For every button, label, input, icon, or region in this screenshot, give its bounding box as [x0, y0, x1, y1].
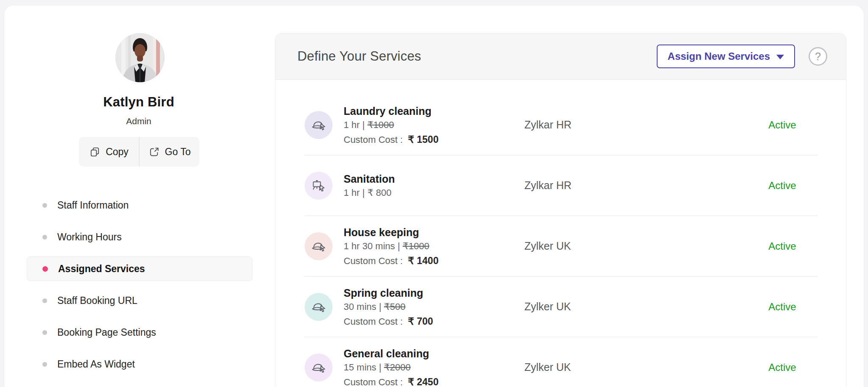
service-name: Spring cleaning	[344, 287, 524, 299]
header-actions: Assign New Services ?	[657, 45, 827, 68]
service-row-sanitation[interactable]: Sanitation 1 hr | ₹ 800 Zylkar HR Active	[275, 156, 846, 215]
service-row-spring-cleaning[interactable]: Spring cleaning 30 mins | ₹500 Custom Co…	[275, 277, 846, 337]
bullet-icon	[42, 235, 47, 239]
service-cap-icon	[305, 232, 333, 260]
service-price: ₹ 800	[367, 187, 392, 198]
status-badge: Active	[719, 301, 846, 313]
service-duration: 1 hr 30 mins	[344, 241, 395, 251]
goto-button-label: Go To	[165, 146, 191, 158]
sidebar-item-label: Booking Page Settings	[57, 327, 156, 338]
copy-button-label: Copy	[106, 146, 129, 158]
custom-cost-value: ₹ 1500	[408, 134, 439, 145]
service-duration-price: 15 mins | ₹2000	[344, 362, 524, 373]
custom-cost-label: Custom Cost :	[344, 256, 403, 266]
service-duration-price: 1 hr | ₹ 800	[344, 187, 524, 198]
service-cap-icon	[305, 293, 333, 321]
custom-cost-value: ₹ 2450	[408, 376, 439, 387]
custom-cost-value: ₹ 1400	[408, 255, 439, 266]
service-duration: 15 mins	[344, 362, 376, 373]
service-original-price: ₹500	[384, 301, 406, 312]
service-name: House keeping	[344, 226, 524, 239]
service-custom-cost: Custom Cost : ₹ 1500	[344, 134, 524, 145]
service-workspace: Zylker UK	[524, 361, 719, 373]
services-panel-header: Define Your Services Assign New Services…	[275, 33, 846, 80]
status-badge: Active	[719, 240, 846, 252]
service-workspace: Zylker UK	[524, 240, 719, 252]
services-panel: Define Your Services Assign New Services…	[275, 33, 846, 387]
custom-cost-label: Custom Cost :	[344, 316, 403, 327]
meta-divider: |	[362, 187, 365, 198]
status-badge: Active	[719, 362, 846, 373]
sidebar-item-label: Embed As Widget	[57, 359, 135, 370]
sidebar-item-label: Assigned Services	[58, 263, 145, 275]
service-cap-icon	[305, 354, 333, 381]
service-duration: 30 mins	[344, 301, 376, 312]
service-workspace: Zylkar HR	[524, 179, 719, 192]
staff-profile-card: Katlyn Bird Admin Copy	[4, 6, 864, 387]
service-duration: 1 hr	[344, 187, 360, 198]
goto-button[interactable]: Go To	[140, 137, 199, 167]
services-list: Laundry cleaning 1 hr | ₹1000 Custom Cos…	[275, 80, 846, 387]
service-duration: 1 hr	[344, 120, 360, 130]
service-custom-cost: Custom Cost : ₹ 700	[344, 316, 524, 327]
sidebar-item-working-hours[interactable]: Working Hours	[27, 225, 252, 249]
profile-name: Katlyn Bird	[4, 95, 273, 110]
service-row-general-cleaning[interactable]: General cleaning 15 mins | ₹2000 Custom …	[275, 337, 846, 387]
service-cap-icon	[305, 111, 333, 139]
sidebar-item-staff-booking-url[interactable]: Staff Booking URL	[27, 288, 252, 313]
service-duration-price: 1 hr | ₹1000	[344, 120, 524, 131]
status-badge: Active	[719, 180, 846, 192]
service-original-price: ₹1000	[367, 120, 394, 130]
page-title: Define Your Services	[297, 49, 421, 64]
service-name: Sanitation	[344, 173, 524, 185]
profile-role: Admin	[4, 116, 273, 126]
sidebar-item-label: Staff Booking URL	[57, 295, 137, 306]
sidebar-item-label: Working Hours	[57, 231, 122, 243]
sidebar-item-booking-page-settings[interactable]: Booking Page Settings	[27, 320, 252, 345]
bullet-icon	[42, 362, 47, 367]
meta-divider: |	[379, 301, 381, 312]
service-original-price: ₹1000	[403, 241, 429, 251]
sidebar-item-assigned-services[interactable]: Assigned Services	[27, 256, 252, 281]
service-row-house-keeping[interactable]: House keeping 1 hr 30 mins | ₹1000 Custo…	[275, 216, 846, 276]
bullet-icon	[42, 298, 47, 303]
bullet-icon	[42, 330, 47, 335]
profile-sidebar: Katlyn Bird Admin Copy	[4, 6, 273, 387]
service-name: Laundry cleaning	[344, 105, 524, 117]
meta-divider: |	[379, 362, 381, 373]
bullet-icon	[42, 203, 47, 208]
service-duration-price: 30 mins | ₹500	[344, 301, 524, 312]
sidebar-item-embed-as-widget[interactable]: Embed As Widget	[27, 352, 252, 376]
service-duration-price: 1 hr 30 mins | ₹1000	[344, 241, 524, 252]
active-bullet-icon	[42, 266, 48, 272]
custom-cost-label: Custom Cost :	[344, 377, 403, 387]
avatar-illustration	[115, 33, 165, 82]
help-button[interactable]: ?	[809, 47, 827, 66]
assign-new-services-button[interactable]: Assign New Services	[657, 45, 795, 68]
service-custom-cost: Custom Cost : ₹ 1400	[344, 255, 524, 267]
service-workspace: Zylkar HR	[524, 119, 719, 131]
page-background: Katlyn Bird Admin Copy	[0, 0, 868, 387]
service-original-price: ₹2000	[384, 362, 411, 373]
profile-nav: Staff Information Working Hours Assigned…	[27, 193, 252, 384]
chevron-down-icon	[776, 55, 784, 59]
service-easel-icon	[305, 172, 333, 200]
avatar	[115, 33, 165, 82]
meta-divider: |	[398, 241, 400, 251]
custom-cost-label: Custom Cost :	[344, 134, 403, 145]
status-badge: Active	[719, 119, 846, 131]
copy-icon	[89, 146, 101, 158]
question-mark-icon: ?	[815, 50, 821, 63]
service-workspace: Zylker UK	[524, 301, 719, 313]
profile-actions: Copy Go To	[79, 137, 199, 167]
service-row-laundry-cleaning[interactable]: Laundry cleaning 1 hr | ₹1000 Custom Cos…	[275, 95, 846, 155]
meta-divider: |	[362, 120, 365, 130]
custom-cost-value: ₹ 700	[408, 316, 433, 327]
copy-button[interactable]: Copy	[79, 137, 139, 167]
service-custom-cost: Custom Cost : ₹ 2450	[344, 376, 524, 387]
sidebar-item-label: Staff Information	[57, 200, 129, 211]
sidebar-item-staff-information[interactable]: Staff Information	[27, 193, 252, 217]
service-name: General cleaning	[344, 347, 524, 360]
external-link-icon	[148, 146, 160, 158]
assign-new-services-label: Assign New Services	[668, 50, 770, 62]
